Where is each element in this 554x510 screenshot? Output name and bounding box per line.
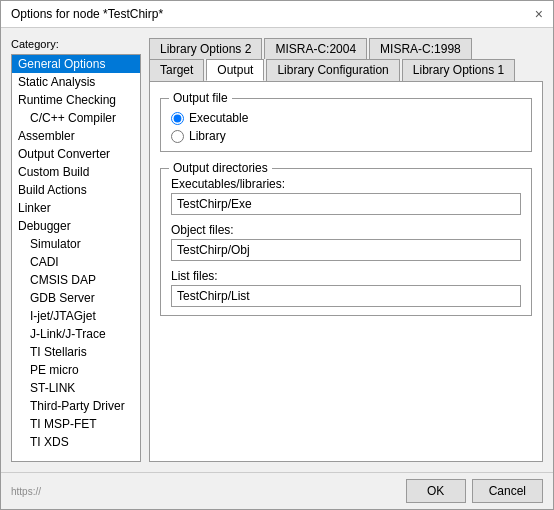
objects-input[interactable] [171,239,521,261]
sidebar-item[interactable]: Debugger [12,217,140,235]
sidebar-item[interactable]: Assembler [12,127,140,145]
radio-library-label: Library [189,129,226,143]
tab-row-2: TargetOutputLibrary ConfigurationLibrary… [149,59,543,81]
sidebar-item[interactable]: Custom Build [12,163,140,181]
title-bar: Options for node *TestChirp* × [1,1,553,28]
radio-executable[interactable]: Executable [171,111,521,125]
dialog-title: Options for node *TestChirp* [11,7,163,21]
sidebar-item[interactable]: CMSIS DAP [12,271,140,289]
output-dirs-group: Output directories Executables/libraries… [160,168,532,316]
radio-group: Executable Library [171,111,521,143]
sidebar-item[interactable]: TI XDS [12,433,140,451]
executables-field: Executables/libraries: [171,177,521,215]
executables-input[interactable] [171,193,521,215]
dialog-body: Category: General OptionsStatic Analysis… [1,28,553,472]
sidebar-item[interactable]: General Options [12,55,140,73]
sidebar-item[interactable]: TI MSP-FET [12,415,140,433]
tab[interactable]: Library Options 1 [402,59,515,81]
list-field: List files: [171,269,521,307]
sidebar-list[interactable]: General OptionsStatic AnalysisRuntime Ch… [11,54,141,462]
output-file-group: Output file Executable Library [160,98,532,152]
sidebar-item[interactable]: Static Analysis [12,73,140,91]
tab[interactable]: MISRA-C:2004 [264,38,367,59]
cancel-button[interactable]: Cancel [472,479,543,503]
tab[interactable]: Output [206,59,264,81]
footer-url: https:// [11,486,41,497]
sidebar-item[interactable]: PE micro [12,361,140,379]
tab[interactable]: Library Options 2 [149,38,262,59]
sidebar-item[interactable]: I-jet/JTAGjet [12,307,140,325]
sidebar-item[interactable]: Linker [12,199,140,217]
dialog-footer: https:// OK Cancel [1,472,553,509]
close-button[interactable]: × [535,7,543,21]
output-dirs-title: Output directories [169,161,272,175]
list-label: List files: [171,269,521,283]
list-input[interactable] [171,285,521,307]
sidebar-item[interactable]: Runtime Checking [12,91,140,109]
sidebar-item[interactable]: TI Stellaris [12,343,140,361]
main-panel: Library Options 2MISRA-C:2004MISRA-C:199… [149,38,543,462]
dir-group: Executables/libraries: Object files: Lis… [171,177,521,307]
objects-label: Object files: [171,223,521,237]
tab-content: Output file Executable Library [149,81,543,462]
sidebar-item[interactable]: Build Actions [12,181,140,199]
sidebar-item[interactable]: ST-LINK [12,379,140,397]
sidebar-item[interactable]: C/C++ Compiler [12,109,140,127]
sidebar-item[interactable]: Simulator [12,235,140,253]
dialog: Options for node *TestChirp* × Category:… [0,0,554,510]
radio-library[interactable]: Library [171,129,521,143]
radio-executable-label: Executable [189,111,248,125]
tab[interactable]: Target [149,59,204,81]
sidebar-item[interactable]: Output Converter [12,145,140,163]
objects-field: Object files: [171,223,521,261]
sidebar-item[interactable]: GDB Server [12,289,140,307]
executables-label: Executables/libraries: [171,177,521,191]
tab[interactable]: Library Configuration [266,59,399,81]
output-file-title: Output file [169,91,232,105]
tab-row-1: Library Options 2MISRA-C:2004MISRA-C:199… [149,38,543,59]
radio-library-input[interactable] [171,130,184,143]
sidebar: Category: General OptionsStatic Analysis… [11,38,141,462]
ok-button[interactable]: OK [406,479,466,503]
radio-executable-input[interactable] [171,112,184,125]
sidebar-label: Category: [11,38,141,50]
tab[interactable]: MISRA-C:1998 [369,38,472,59]
sidebar-item[interactable]: J-Link/J-Trace [12,325,140,343]
sidebar-item[interactable]: CADI [12,253,140,271]
sidebar-item[interactable]: Third-Party Driver [12,397,140,415]
